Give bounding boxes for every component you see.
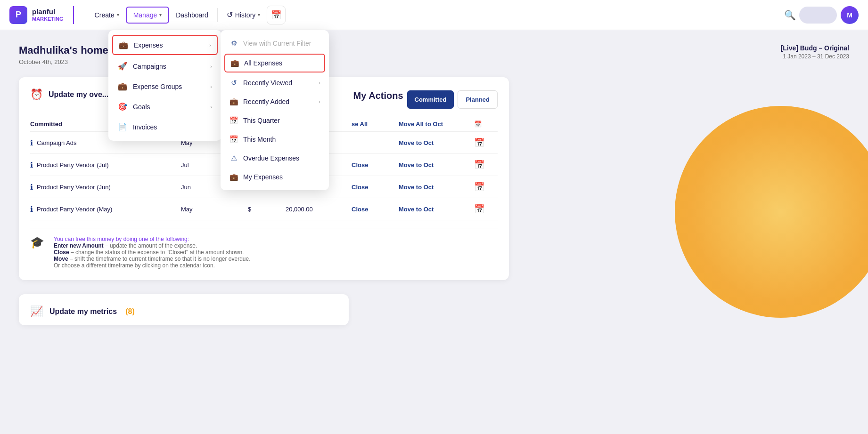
- expenses-submenu: ⚙ View with Current Filter 💼 All Expense…: [221, 30, 329, 190]
- close-button[interactable]: Close: [352, 206, 399, 213]
- graduation-icon: 🎓: [30, 236, 44, 249]
- expenses-icon: 💼: [119, 40, 128, 49]
- dropdown-campaigns-label: Campaigns: [133, 63, 166, 70]
- chevron-down-icon: ▾: [117, 12, 119, 17]
- user-name-placeholder: [799, 7, 837, 24]
- dropdown-goals-label: Goals: [133, 103, 150, 111]
- calendar-picker-icon[interactable]: 📅: [474, 182, 498, 192]
- submenu-this-month[interactable]: 📅 This Month: [221, 130, 329, 149]
- chevron-down-icon: ▾: [258, 12, 260, 17]
- submenu-view-current-label: View with Current Filter: [243, 40, 311, 47]
- history-icon: ↺: [227, 10, 233, 19]
- nav-dashboard[interactable]: Dashboard: [169, 8, 215, 23]
- committed-toggle[interactable]: Committed: [407, 90, 454, 109]
- submenu-recently-added[interactable]: 💼 Recently Added ›: [221, 92, 329, 111]
- logo-subtitle: MARKETING: [32, 16, 64, 22]
- submenu-recently-added-label: Recently Added: [243, 98, 289, 105]
- info-icon: ℹ: [30, 205, 33, 214]
- table-row: ℹ Product Party Vendor (May) May $ 20,00…: [30, 198, 498, 220]
- nav-divider: [217, 8, 218, 22]
- chevron-right-icon: ›: [210, 84, 212, 89]
- dropdown-item-expenses[interactable]: 💼 Expenses ›: [112, 35, 218, 55]
- nav-history[interactable]: ↺ History ▾: [220, 7, 267, 23]
- my-actions-title: My Actions: [353, 90, 403, 101]
- col-cal-header: 📅: [474, 121, 498, 128]
- budget-info: [Live] Budg – Original 1 Jan 2023 – 31 D…: [781, 44, 849, 60]
- page-date: October 4th, 2023: [19, 58, 108, 65]
- calendar-icon: 📅: [229, 116, 238, 125]
- decorative-circle: [675, 106, 868, 318]
- all-expenses-icon: 💼: [230, 59, 239, 67]
- close-button[interactable]: Close: [352, 184, 399, 191]
- move-to-oct-button[interactable]: Move to Oct: [399, 206, 474, 213]
- my-actions-header: My Actions: [353, 90, 403, 101]
- alert-icon: ⏰: [30, 88, 43, 101]
- info-icon: ℹ: [30, 138, 33, 147]
- dropdown-item-invoices[interactable]: 📄 Invoices: [108, 117, 221, 137]
- logo: P planful MARKETING: [9, 6, 74, 24]
- col-move-all[interactable]: Move All to Oct: [399, 121, 474, 128]
- move-to-oct-button[interactable]: Move to Oct: [399, 139, 474, 146]
- submenu-all-expenses-label: All Expenses: [244, 59, 282, 67]
- submenu-recently-viewed[interactable]: ↺ Recently Viewed ›: [221, 73, 329, 92]
- overdue-card-title: Update my ove...: [49, 90, 108, 99]
- footer-line-4: Or choose a different timeframe by click…: [54, 262, 251, 269]
- submenu-my-expenses[interactable]: 💼 My Expenses: [221, 168, 329, 186]
- dropdown-item-campaigns[interactable]: 🚀 Campaigns ›: [108, 56, 221, 76]
- calendar-picker-icon[interactable]: 📅: [474, 204, 498, 214]
- logo-icon: P: [9, 6, 27, 24]
- goals-icon: 🎯: [118, 102, 127, 111]
- col-close-all: se All: [352, 121, 399, 128]
- recently-added-icon: 💼: [229, 97, 238, 106]
- budget-name: [Live] Budg – Original: [781, 44, 849, 52]
- nav-create[interactable]: Create ▾: [88, 8, 126, 23]
- page-title: Madhulika's home: [19, 44, 108, 56]
- submenu-overdue-label: Overdue Expenses: [243, 154, 299, 162]
- search-button[interactable]: 🔍: [780, 6, 799, 24]
- metrics-icon: 📈: [30, 305, 43, 318]
- submenu-all-expenses[interactable]: 💼 All Expenses: [224, 54, 325, 72]
- move-to-oct-button[interactable]: Move to Oct: [399, 184, 474, 191]
- overdue-card-footer: 🎓 You can free this money by doing one o…: [30, 228, 498, 269]
- campaigns-icon: 🚀: [118, 62, 127, 71]
- budget-date: 1 Jan 2023 – 31 Dec 2023: [781, 53, 849, 60]
- move-to-oct-button[interactable]: Move to Oct: [399, 161, 474, 169]
- submenu-overdue-expenses[interactable]: ⚠ Overdue Expenses: [221, 149, 329, 168]
- dropdown-item-goals[interactable]: 🎯 Goals ›: [108, 96, 221, 117]
- invoices-icon: 📄: [118, 122, 127, 131]
- calendar-button[interactable]: 📅: [267, 6, 286, 24]
- nav-manage[interactable]: Manage ▾: [126, 7, 170, 24]
- submenu-this-month-label: This Month: [243, 136, 276, 143]
- calendar-icon: 📅: [229, 135, 238, 144]
- user-avatar-area: M: [799, 6, 859, 24]
- submenu-recently-viewed-label: Recently Viewed: [243, 79, 292, 87]
- chevron-right-icon: ›: [209, 42, 211, 48]
- chevron-right-icon: ›: [210, 104, 212, 110]
- planned-toggle[interactable]: Planned: [458, 90, 498, 109]
- info-icon: ℹ: [30, 161, 33, 169]
- submenu-my-expenses-label: My Expenses: [243, 173, 283, 181]
- footer-line-3: Move – shift the timeframe to current ti…: [54, 256, 251, 262]
- dropdown-item-expense-groups[interactable]: 💼 Expense Groups ›: [108, 76, 221, 96]
- logo-name: planful: [32, 8, 64, 16]
- expense-groups-icon: 💼: [118, 82, 127, 91]
- dropdown-expense-groups-label: Expense Groups: [133, 83, 182, 90]
- chevron-right-icon: ›: [319, 80, 320, 86]
- recently-viewed-icon: ↺: [229, 79, 238, 87]
- dropdown-invoices-label: Invoices: [133, 123, 157, 131]
- footer-line-1: Enter new Amount – update the amount of …: [54, 242, 251, 249]
- avatar[interactable]: M: [841, 6, 859, 24]
- close-button[interactable]: Close: [352, 161, 399, 169]
- overdue-icon: ⚠: [229, 154, 238, 162]
- metrics-count: (8): [125, 307, 135, 316]
- chevron-right-icon: ›: [319, 99, 320, 104]
- chevron-right-icon: ›: [210, 64, 212, 69]
- submenu-view-current[interactable]: ⚙ View with Current Filter: [221, 34, 329, 53]
- info-icon: ℹ: [30, 183, 33, 192]
- calendar-picker-icon[interactable]: 📅: [474, 160, 498, 170]
- calendar-picker-icon[interactable]: 📅: [474, 137, 498, 148]
- submenu-this-quarter[interactable]: 📅 This Quarter: [221, 111, 329, 130]
- my-expenses-icon: 💼: [229, 173, 238, 181]
- submenu-this-quarter-label: This Quarter: [243, 117, 280, 124]
- overdue-card-header: ⏰ Update my ove...: [30, 88, 108, 101]
